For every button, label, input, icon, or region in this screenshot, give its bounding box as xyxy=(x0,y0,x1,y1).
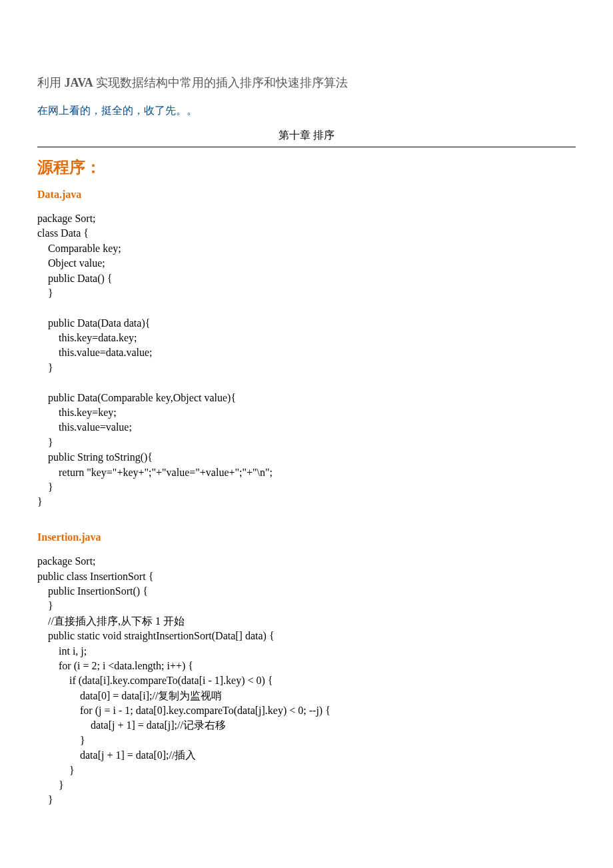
section-heading: 源程序： xyxy=(37,157,576,179)
document-page: 利用 JAVA 实现数据结构中常用的插入排序和快速排序算法 在网上看的，挺全的，… xyxy=(0,0,613,865)
chapter-title: 第十章 排序 xyxy=(37,128,576,147)
intro-note: 在网上看的，挺全的，收了先。。 xyxy=(37,103,576,118)
title-bold: JAVA xyxy=(65,76,93,89)
code-block-2: package Sort; public class InsertionSort… xyxy=(37,554,576,808)
file-heading-1: Data.java xyxy=(37,187,576,202)
document-title: 利用 JAVA 实现数据结构中常用的插入排序和快速排序算法 xyxy=(37,75,576,91)
file-heading-2: Insertion.java xyxy=(37,530,576,545)
title-suffix: 实现数据结构中常用的插入排序和快速排序算法 xyxy=(93,76,348,89)
code-block-1: package Sort; class Data { Comparable ke… xyxy=(37,211,576,510)
title-prefix: 利用 xyxy=(37,76,65,89)
